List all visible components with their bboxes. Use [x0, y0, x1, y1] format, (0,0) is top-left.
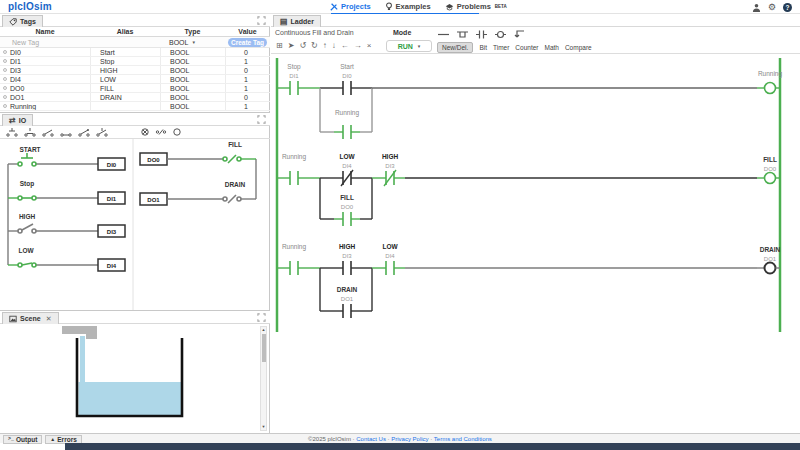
- nav-projects[interactable]: Projects: [330, 2, 371, 11]
- left-column: Tags Name Alias Type Value New Tag BOOL▾…: [0, 14, 270, 433]
- branch-running[interactable]: Running: [320, 88, 372, 139]
- pushbutton-nc-icon[interactable]: [23, 127, 37, 137]
- delete-icon[interactable]: ×: [367, 41, 372, 51]
- branch-drain[interactable]: DRAIN DO1: [320, 268, 372, 318]
- tag-type: BOOL: [160, 48, 225, 56]
- mode-dropdown[interactable]: RUN ▾: [386, 40, 432, 52]
- contact-high-no[interactable]: HIGH DI3: [320, 243, 372, 275]
- io-switch-low[interactable]: LOW DI4: [8, 247, 125, 271]
- export-icon[interactable]: ➤: [288, 41, 295, 51]
- contact-start[interactable]: Start DI0: [320, 63, 372, 95]
- branch-fill[interactable]: FILL DO0: [320, 178, 372, 226]
- force-radio[interactable]: [3, 68, 7, 72]
- coil-drain[interactable]: DRAIN DO1: [757, 246, 781, 274]
- coil-fill[interactable]: FILL DO0: [757, 156, 780, 184]
- contact-us-link[interactable]: Contact Us: [356, 436, 386, 442]
- undo-icon[interactable]: ↺: [299, 41, 306, 51]
- mode-value: RUN: [398, 43, 413, 50]
- contact-running[interactable]: Running: [277, 153, 320, 185]
- load-icon[interactable]: [155, 127, 167, 137]
- expand-icon[interactable]: [257, 313, 266, 322]
- expand-icon[interactable]: [257, 16, 266, 25]
- app-logo[interactable]: plcIOsim: [8, 1, 52, 12]
- io-switch-start[interactable]: START DI0: [8, 146, 125, 170]
- nav-label: Projects: [341, 2, 371, 11]
- move-left-icon[interactable]: ←: [341, 41, 349, 51]
- help-icon[interactable]: ?: [783, 3, 792, 12]
- table-row[interactable]: DO0 FILL BOOL 1: [0, 84, 270, 93]
- force-radio[interactable]: [3, 59, 7, 63]
- io-output-drain[interactable]: DRAIN DO1: [140, 181, 256, 205]
- branch-icon[interactable]: [456, 29, 469, 40]
- lamp-icon[interactable]: [139, 127, 151, 137]
- svg-text:DRAIN: DRAIN: [760, 246, 781, 253]
- contact-low-nc[interactable]: LOW DI4: [320, 153, 372, 186]
- contact-stop[interactable]: Stop DI1: [277, 63, 320, 95]
- tab-new-del[interactable]: New/Del.: [437, 42, 473, 53]
- coil-icon[interactable]: [494, 29, 507, 40]
- col-header-value[interactable]: Value: [225, 28, 270, 35]
- io-switch-high[interactable]: HIGH DI3: [8, 213, 125, 237]
- move-down-icon[interactable]: ↓: [332, 41, 336, 51]
- table-row[interactable]: DO1 DRAIN BOOL 0: [0, 93, 270, 102]
- tab-compare[interactable]: Compare: [565, 44, 592, 51]
- pushbutton-no-icon[interactable]: [5, 127, 19, 137]
- contact-icon[interactable]: [475, 29, 488, 40]
- expand-icon[interactable]: [257, 115, 266, 124]
- rung-icon[interactable]: [437, 29, 450, 40]
- table-row[interactable]: Running BOOL 1: [0, 102, 270, 111]
- select-grid-icon[interactable]: ⊞: [276, 41, 283, 51]
- tab-tags[interactable]: Tags: [2, 15, 43, 27]
- scene-scrollbar[interactable]: ▲ ▼: [260, 326, 267, 431]
- scene-tabbar: Scene ✕: [0, 311, 270, 324]
- settings-gear-icon[interactable]: ⚙: [768, 2, 776, 12]
- new-tag-input[interactable]: New Tag: [0, 39, 90, 46]
- scroll-down-arrow[interactable]: ▼: [261, 424, 266, 430]
- redo-icon[interactable]: ↻: [311, 41, 318, 51]
- io-output-fill[interactable]: FILL DO0: [140, 141, 256, 165]
- table-row[interactable]: DI4 LOW BOOL 1: [0, 75, 270, 84]
- io-switch-stop[interactable]: Stop DI1: [8, 180, 125, 204]
- user-icon[interactable]: [752, 3, 761, 12]
- toggle-closed-icon[interactable]: [59, 127, 73, 137]
- contact-running-2[interactable]: Running: [277, 243, 320, 275]
- col-header-name[interactable]: Name: [0, 28, 90, 35]
- tab-bit[interactable]: Bit: [479, 44, 487, 51]
- force-radio[interactable]: [3, 95, 7, 99]
- nav-examples[interactable]: Examples: [385, 2, 431, 11]
- coil-running[interactable]: Running: [757, 70, 782, 94]
- col-header-type[interactable]: Type: [160, 28, 225, 35]
- table-row[interactable]: DI3 HIGH BOOL 0: [0, 66, 270, 75]
- tab-math[interactable]: Math: [544, 44, 558, 51]
- force-radio[interactable]: [3, 50, 7, 54]
- privacy-policy-link[interactable]: Privacy Policy: [391, 436, 428, 442]
- terms-link[interactable]: Terms and Conditions: [434, 436, 492, 442]
- limit-switch-icon[interactable]: [77, 127, 91, 137]
- type-dropdown[interactable]: BOOL▾: [160, 39, 225, 46]
- scroll-up-arrow[interactable]: ▲: [261, 327, 266, 333]
- contact-high-nc[interactable]: HIGH DI3: [372, 153, 405, 186]
- move-right-icon[interactable]: →: [354, 41, 362, 51]
- nav-problems[interactable]: ProblemsBETA: [445, 2, 507, 11]
- force-radio[interactable]: [3, 77, 7, 81]
- tab-io[interactable]: ⇄ IO: [2, 114, 33, 126]
- motor-icon[interactable]: [171, 127, 183, 137]
- selector-switch-icon[interactable]: [95, 127, 109, 137]
- close-icon[interactable]: ✕: [46, 315, 52, 323]
- move-up-icon[interactable]: ↑: [323, 41, 327, 51]
- force-radio[interactable]: [3, 104, 7, 108]
- tab-scene[interactable]: Scene ✕: [2, 312, 59, 324]
- create-tag-button[interactable]: Create Tag: [228, 38, 267, 47]
- col-header-alias[interactable]: Alias: [90, 28, 160, 35]
- force-radio[interactable]: [3, 86, 7, 90]
- toggle-open-icon[interactable]: [41, 127, 55, 137]
- table-row[interactable]: DI0 Start BOOL 0: [0, 48, 270, 57]
- tab-timer[interactable]: Timer: [493, 44, 509, 51]
- scroll-thumb[interactable]: [262, 334, 266, 362]
- tab-counter[interactable]: Counter: [515, 44, 538, 51]
- return-arrow-icon[interactable]: [513, 29, 526, 40]
- tab-ladder[interactable]: ▤ Ladder: [273, 15, 321, 27]
- table-row[interactable]: DI1 Stop BOOL 1: [0, 57, 270, 66]
- contact-low-no[interactable]: LOW DI4: [372, 243, 405, 275]
- svg-text:HIGH: HIGH: [19, 213, 36, 220]
